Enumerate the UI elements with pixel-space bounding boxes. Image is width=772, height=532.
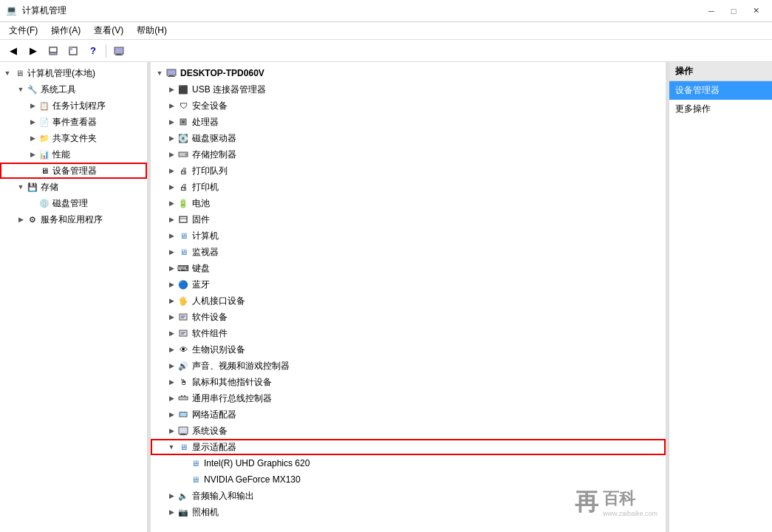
menu-action[interactable]: 操作(A)	[45, 23, 86, 38]
disk-d-icon: 💽	[177, 132, 189, 144]
device-firmware[interactable]: ▶ 固件	[151, 211, 666, 228]
tree-root[interactable]: ▼ 🖥 计算机管理(本地)	[0, 65, 147, 81]
svg-rect-6	[115, 55, 123, 55]
sidebar-item-task-sched[interactable]: ▶ 📋 任务计划程序	[0, 98, 147, 114]
device-keyboard[interactable]: ▶ ⌨ 键盘	[151, 260, 666, 276]
show-button[interactable]	[64, 43, 82, 59]
svg-rect-19	[180, 330, 187, 336]
device-audio-io[interactable]: ▶ 🔈 音频输入和输出	[151, 488, 666, 504]
svg-rect-16	[180, 314, 187, 320]
back-button[interactable]: ◀	[4, 43, 22, 59]
devmgr-icon: 🖥	[38, 165, 50, 177]
right-action-devmgr[interactable]: 设备管理器	[669, 81, 772, 100]
disk-d-expand: ▶	[165, 134, 177, 142]
svg-rect-14	[180, 216, 187, 222]
security-icon: 🛡	[177, 100, 189, 112]
sidebar-item-event-viewer[interactable]: ▶ 📄 事件查看器	[0, 114, 147, 130]
svg-rect-9	[168, 76, 175, 77]
monitor-expand: ▶	[165, 248, 177, 256]
devmgr-label: 设备管理器	[52, 165, 97, 177]
audio-expand: ▶	[165, 492, 177, 499]
device-hid[interactable]: ▶ 🖐 人机接口设备	[151, 293, 666, 309]
sidebar-item-perf[interactable]: ▶ 📊 性能	[0, 146, 147, 163]
device-printer[interactable]: ▶ 🖨 打印机	[151, 179, 666, 195]
maximize-button[interactable]: □	[723, 4, 744, 18]
battery-icon: 🔋	[177, 197, 189, 209]
device-print-queue[interactable]: ▶ 🖨 打印队列	[151, 163, 666, 179]
device-cpu[interactable]: ▶ 处理器	[151, 114, 666, 130]
sidebar-item-sys-tools[interactable]: ▼ 🔧 系统工具	[0, 81, 147, 98]
svg-rect-7	[167, 69, 176, 75]
device-nvidia[interactable]: 🖥 NVIDIA GeForce MX130	[151, 471, 666, 488]
sidebar-item-dev-mgr[interactable]: 🖥 设备管理器	[0, 163, 147, 179]
event-expand-icon: ▶	[27, 118, 38, 126]
device-bio[interactable]: ▶ 👁 生物识别设备	[151, 341, 666, 358]
sidebar-item-storage[interactable]: ▼ 💾 存储	[0, 179, 147, 195]
up-button[interactable]	[44, 43, 62, 59]
device-bluetooth[interactable]: ▶ 🔵 蓝牙	[151, 276, 666, 293]
menu-view[interactable]: 查看(V)	[88, 23, 129, 38]
printer-label: 打印机	[192, 181, 219, 194]
device-computer[interactable]: ▶ 🖥 计算机	[151, 228, 666, 244]
device-battery[interactable]: ▶ 🔋 电池	[151, 195, 666, 211]
right-action-more[interactable]: 更多操作	[669, 100, 772, 118]
minimize-button[interactable]: ─	[701, 4, 722, 18]
serial-icon	[177, 392, 189, 404]
device-network[interactable]: ▶ 网络适配器	[151, 406, 666, 423]
menu-help[interactable]: 帮助(H)	[131, 23, 173, 38]
print-q-icon: 🖨	[177, 165, 189, 177]
toolbar-separator	[106, 44, 106, 58]
sidebar-item-shared-folder[interactable]: ▶ 📁 共享文件夹	[0, 130, 147, 146]
device-sysdev[interactable]: ▶ 系统设备	[151, 423, 666, 439]
device-root[interactable]: ▼ DESKTOP-TPD060V	[151, 65, 666, 81]
device-mouse[interactable]: ▶ 🖱 鼠标和其他指针设备	[151, 374, 666, 390]
right-panel: 操作 设备管理器 更多操作	[669, 62, 772, 532]
device-serial[interactable]: ▶ 通用串行总线控制器	[151, 390, 666, 406]
task-icon: 📋	[38, 100, 50, 112]
hid-label: 人机接口设备	[192, 295, 245, 307]
services-expand-icon: ▶	[15, 216, 27, 223]
titlebar-left: 💻 计算机管理	[6, 4, 66, 17]
device-usb[interactable]: ▶ ⬛ USB 连接器管理器	[151, 81, 666, 98]
toolbar: ◀ ▶ ?	[0, 40, 772, 62]
menubar: 文件(F) 操作(A) 查看(V) 帮助(H)	[0, 22, 772, 40]
titlebar: 💻 计算机管理 ─ □ ✕	[0, 0, 772, 22]
shared-label: 共享文件夹	[52, 132, 97, 145]
device-storage-ctrl[interactable]: ▶ 存储控制器	[151, 146, 666, 163]
disk-d-label: 磁盘驱动器	[192, 132, 236, 145]
security-expand: ▶	[165, 102, 177, 109]
sound-expand: ▶	[165, 362, 177, 369]
device-monitor[interactable]: ▶ 🖥 监视器	[151, 244, 666, 260]
sidebar-item-services[interactable]: ▶ ⚙ 服务和应用程序	[0, 211, 147, 228]
fw-expand: ▶	[165, 216, 177, 223]
sys-tools-icon: 🔧	[27, 83, 38, 95]
serial-label: 通用串行总线控制器	[192, 392, 272, 405]
mouse-icon: 🖱	[177, 376, 189, 388]
device-camera[interactable]: ▶ 📷 照相机	[151, 504, 666, 520]
help-button[interactable]: ?	[84, 43, 102, 59]
device-soft-comp[interactable]: ▶ 软件组件	[151, 325, 666, 341]
sound-label: 声音、视频和游戏控制器	[192, 360, 290, 372]
device-display[interactable]: ▼ 🖥 显示适配器	[151, 439, 666, 455]
console-button[interactable]	[110, 43, 128, 59]
task-label: 任务计划程序	[52, 100, 106, 112]
nvidia-label: NVIDIA GeForce MX130	[204, 474, 301, 485]
device-security[interactable]: ▶ 🛡 安全设备	[151, 98, 666, 114]
cpu-icon	[177, 116, 189, 128]
menu-file[interactable]: 文件(F)	[3, 23, 44, 38]
svg-rect-24	[184, 395, 185, 397]
device-disk[interactable]: ▶ 💽 磁盘驱动器	[151, 130, 666, 146]
sidebar-item-disk-mgr[interactable]: 💿 磁盘管理	[0, 195, 147, 211]
print-q-expand: ▶	[165, 167, 177, 174]
storage-icon: 💾	[27, 181, 38, 193]
device-intel-uhd[interactable]: 🖥 Intel(R) UHD Graphics 620	[151, 455, 666, 471]
svg-rect-1	[49, 52, 57, 55]
device-soft-dev[interactable]: ▶ 软件设备	[151, 309, 666, 325]
forward-button[interactable]: ▶	[24, 43, 42, 59]
usb-expand: ▶	[165, 86, 177, 93]
hid-expand: ▶	[165, 297, 177, 304]
camera-label: 照相机	[192, 506, 219, 519]
comp-label: 计算机	[192, 230, 219, 242]
close-button[interactable]: ✕	[745, 4, 766, 18]
device-sound[interactable]: ▶ 🔊 声音、视频和游戏控制器	[151, 358, 666, 374]
